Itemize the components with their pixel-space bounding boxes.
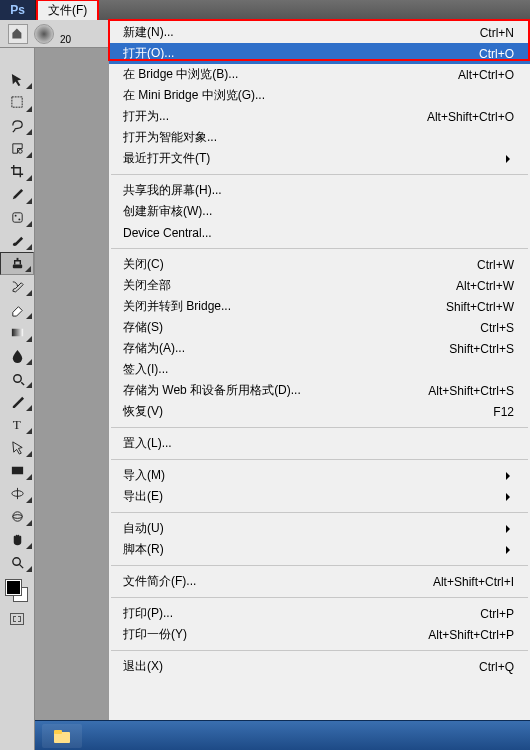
menu-item-label: 存储为 Web 和设备所用格式(D)... — [123, 382, 301, 399]
menu-item[interactable]: 打印(P)...Ctrl+P — [109, 603, 530, 624]
tool-dodge[interactable] — [0, 367, 34, 390]
menu-item-label: 创建新审核(W)... — [123, 203, 212, 220]
menu-item-label: 最近打开文件(T) — [123, 150, 210, 167]
menu-item-label: 新建(N)... — [123, 24, 174, 41]
menu-item-shortcut: Alt+Shift+Ctrl+P — [428, 628, 514, 642]
menu-item-shortcut: Alt+Shift+Ctrl+O — [427, 110, 514, 124]
tool-3d-orbit[interactable] — [0, 505, 34, 528]
tool-hand[interactable] — [0, 528, 34, 551]
menu-item-shortcut: Shift+Ctrl+W — [446, 300, 514, 314]
menu-file[interactable]: 文件(F) — [36, 0, 99, 20]
svg-rect-0 — [12, 32, 21, 38]
menu-separator — [111, 565, 528, 566]
menu-item-label: 文件简介(F)... — [123, 573, 196, 590]
color-swatches[interactable] — [6, 580, 28, 602]
taskbar-item-explorer[interactable] — [42, 724, 82, 748]
tool-move[interactable] — [0, 68, 34, 91]
menu-item-shortcut: Ctrl+P — [480, 607, 514, 621]
menu-item-label: 导出(E) — [123, 488, 163, 505]
menu-item[interactable]: 在 Bridge 中浏览(B)...Alt+Ctrl+O — [109, 64, 530, 85]
tool-crop[interactable] — [0, 160, 34, 183]
tool-history-brush[interactable] — [0, 275, 34, 298]
tool-pen[interactable] — [0, 390, 34, 413]
tool-blur[interactable] — [0, 344, 34, 367]
tool-healing-brush[interactable] — [0, 206, 34, 229]
menu-item-label: 打开(O)... — [123, 45, 174, 62]
menu-item[interactable]: 存储为(A)...Shift+Ctrl+S — [109, 338, 530, 359]
menu-item[interactable]: 存储(S)Ctrl+S — [109, 317, 530, 338]
tool-zoom[interactable] — [0, 551, 34, 574]
tool-3d-rotate[interactable] — [0, 482, 34, 505]
tool-path-select[interactable] — [0, 436, 34, 459]
menu-item-label: 置入(L)... — [123, 435, 172, 452]
menu-item[interactable]: 自动(U) — [109, 518, 530, 539]
menu-item[interactable]: 共享我的屏幕(H)... — [109, 180, 530, 201]
document-area — [35, 20, 108, 750]
menu-item[interactable]: 置入(L)... — [109, 433, 530, 454]
menu-separator — [111, 459, 528, 460]
menu-item[interactable]: 新建(N)...Ctrl+N — [109, 22, 530, 43]
menu-item-label: 签入(I)... — [123, 361, 168, 378]
menu-item-shortcut: Ctrl+N — [480, 26, 514, 40]
menu-item[interactable]: 签入(I)... — [109, 359, 530, 380]
menu-item-shortcut: F12 — [493, 405, 514, 419]
menu-item[interactable]: 在 Mini Bridge 中浏览(G)... — [109, 85, 530, 106]
submenu-arrow-icon — [494, 490, 514, 504]
menu-item[interactable]: 恢复(V)F12 — [109, 401, 530, 422]
tool-clone-stamp[interactable] — [0, 252, 34, 275]
brush-preview[interactable] — [34, 24, 54, 44]
menu-item-label: 脚本(R) — [123, 541, 164, 558]
submenu-arrow-icon — [494, 152, 514, 166]
menu-item[interactable]: 打印一份(Y)Alt+Shift+Ctrl+P — [109, 624, 530, 645]
menu-separator — [111, 650, 528, 651]
menu-item-label: 共享我的屏幕(H)... — [123, 182, 222, 199]
menu-item-shortcut: Shift+Ctrl+S — [449, 342, 514, 356]
menu-item-label: 关闭并转到 Bridge... — [123, 298, 231, 315]
tool-brush[interactable] — [0, 229, 34, 252]
menu-item[interactable]: 打开(O)...Ctrl+O — [109, 43, 530, 64]
menu-item[interactable]: 文件简介(F)...Alt+Shift+Ctrl+I — [109, 571, 530, 592]
menu-item[interactable]: 最近打开文件(T) — [109, 148, 530, 169]
menu-item-shortcut: Ctrl+W — [477, 258, 514, 272]
menu-item[interactable]: 存储为 Web 和设备所用格式(D)...Alt+Shift+Ctrl+S — [109, 380, 530, 401]
quick-mask-toggle[interactable] — [0, 608, 34, 630]
menu-item-label: 关闭全部 — [123, 277, 171, 294]
menu-item[interactable]: 脚本(R) — [109, 539, 530, 560]
menubar: Ps 文件(F) — [0, 0, 530, 20]
submenu-arrow-icon — [494, 522, 514, 536]
menu-item[interactable]: 导出(E) — [109, 486, 530, 507]
tool-rectangle[interactable] — [0, 459, 34, 482]
menu-item[interactable]: 创建新审核(W)... — [109, 201, 530, 222]
tools-panel: T — [0, 20, 35, 750]
tool-marquee[interactable] — [0, 91, 34, 114]
menu-separator — [111, 248, 528, 249]
menu-item-label: 导入(M) — [123, 467, 165, 484]
menu-item[interactable]: 打开为智能对象... — [109, 127, 530, 148]
menu-item-shortcut: Alt+Shift+Ctrl+I — [433, 575, 514, 589]
menu-item[interactable]: 关闭并转到 Bridge...Shift+Ctrl+W — [109, 296, 530, 317]
menu-item[interactable]: 关闭全部Alt+Ctrl+W — [109, 275, 530, 296]
tool-preset-picker[interactable] — [8, 24, 28, 44]
menu-item-label: 存储(S) — [123, 319, 163, 336]
menu-item[interactable]: 打开为...Alt+Shift+Ctrl+O — [109, 106, 530, 127]
menu-item-label: 打开为智能对象... — [123, 129, 217, 146]
menu-item[interactable]: 关闭(C)Ctrl+W — [109, 254, 530, 275]
tool-quick-select[interactable] — [0, 137, 34, 160]
menu-item[interactable]: 退出(X)Ctrl+Q — [109, 656, 530, 677]
options-bar: 20 — [0, 20, 108, 48]
menu-item-shortcut: Alt+Ctrl+W — [456, 279, 514, 293]
tool-eraser[interactable] — [0, 298, 34, 321]
menu-item-shortcut: Ctrl+S — [480, 321, 514, 335]
tool-gradient[interactable] — [0, 321, 34, 344]
tool-eyedropper[interactable] — [0, 183, 34, 206]
svg-rect-6 — [12, 264, 21, 268]
menu-item-shortcut: Ctrl+O — [479, 47, 514, 61]
svg-rect-8 — [11, 329, 22, 337]
menu-item[interactable]: 导入(M) — [109, 465, 530, 486]
tool-type[interactable]: T — [0, 413, 34, 436]
tool-lasso[interactable] — [0, 114, 34, 137]
svg-rect-3 — [12, 213, 21, 222]
svg-rect-1 — [11, 97, 21, 107]
menu-item-label: 在 Mini Bridge 中浏览(G)... — [123, 87, 265, 104]
menu-item[interactable]: Device Central... — [109, 222, 530, 243]
